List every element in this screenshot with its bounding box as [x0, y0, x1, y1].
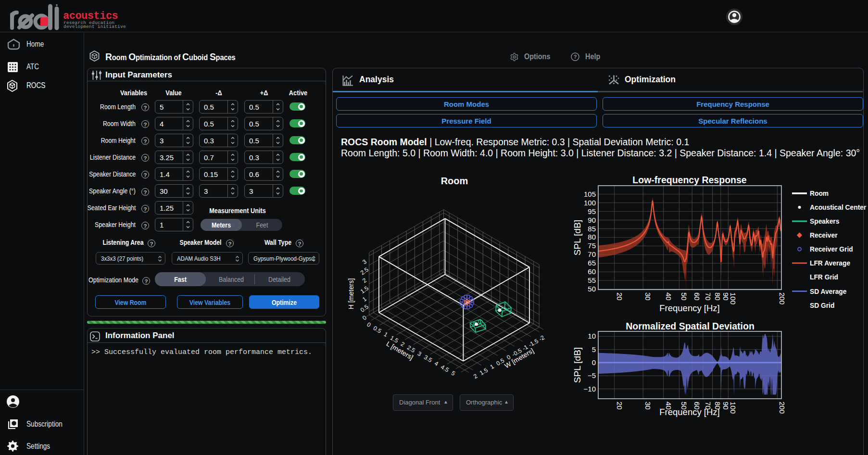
svg-text:?: ?	[574, 54, 577, 60]
